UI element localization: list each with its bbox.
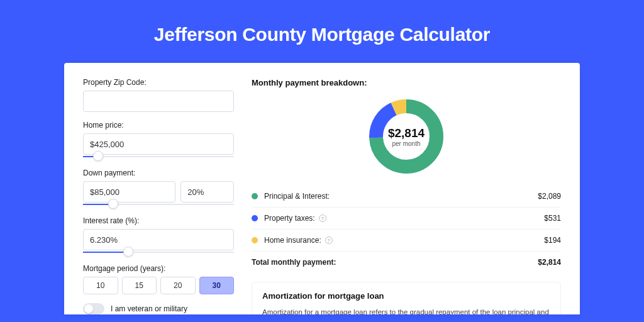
donut-amount: $2,814 (388, 126, 425, 140)
interest-rate-field-group: Interest rate (%): (83, 216, 234, 255)
toggle-knob (84, 304, 93, 313)
interest-rate-input[interactable] (83, 229, 234, 250)
calculator-card: Property Zip Code: Home price: Down paym… (64, 63, 580, 314)
interest-rate-slider-thumb[interactable] (123, 247, 133, 257)
breakdown-row-value: $194 (544, 236, 561, 245)
breakdown-row: Home insurance:?$194 (252, 229, 561, 251)
zip-label: Property Zip Code: (83, 78, 234, 87)
breakdown-row-value: $531 (544, 214, 561, 223)
period-button-20[interactable]: 20 (160, 277, 196, 294)
home-price-slider[interactable] (83, 153, 234, 160)
veteran-toggle[interactable] (83, 303, 104, 314)
breakdown-row: Property taxes:?$531 (252, 207, 561, 229)
interest-rate-label: Interest rate (%): (83, 216, 234, 225)
down-payment-pct-input[interactable] (180, 181, 234, 203)
breakdown-title: Monthly payment breakdown: (252, 78, 561, 87)
amortization-body: Amortization for a mortgage loan refers … (262, 307, 550, 314)
breakdown-row-label: Home insurance:? (264, 236, 544, 245)
breakdown-row-value: $2,089 (538, 192, 561, 201)
breakdown-row-label: Property taxes:? (264, 214, 544, 223)
interest-rate-slider-fill (83, 252, 128, 253)
period-button-10[interactable]: 10 (83, 277, 118, 294)
zip-field-group: Property Zip Code: (83, 78, 234, 112)
info-icon[interactable]: ? (319, 214, 326, 222)
donut-center: $2,814 per month (366, 96, 447, 177)
page-title: Jefferson County Mortgage Calculator (0, 0, 644, 63)
interest-rate-slider[interactable] (83, 249, 234, 255)
donut-chart-wrap: $2,814 per month (252, 96, 561, 177)
info-icon[interactable]: ? (325, 236, 333, 244)
home-price-label: Home price: (83, 121, 234, 130)
form-column: Property Zip Code: Home price: Down paym… (83, 78, 234, 314)
donut-chart: $2,814 per month (366, 96, 447, 177)
veteran-toggle-row: I am veteran or military (83, 303, 234, 314)
amortization-card: Amortization for mortgage loan Amortizat… (252, 282, 561, 314)
legend-dot-icon (252, 193, 258, 199)
down-payment-amount-input[interactable] (83, 181, 175, 203)
breakdown-rows: Principal & Interest:$2,089Property taxe… (252, 186, 561, 251)
down-payment-field-group: Down payment: (83, 169, 234, 208)
home-price-slider-thumb[interactable] (93, 151, 103, 161)
home-price-field-group: Home price: (83, 121, 234, 160)
period-button-15[interactable]: 15 (122, 277, 157, 294)
amortization-title: Amortization for mortgage loan (262, 291, 550, 301)
veteran-toggle-label: I am veteran or military (111, 304, 187, 313)
mortgage-period-label: Mortgage period (years): (83, 264, 234, 273)
down-payment-label: Down payment: (83, 169, 234, 177)
breakdown-total-value: $2,814 (538, 258, 561, 267)
down-payment-slider[interactable] (83, 201, 234, 208)
legend-dot-icon (252, 237, 258, 243)
breakdown-row: Principal & Interest:$2,089 (252, 186, 561, 207)
home-price-input[interactable] (83, 133, 234, 155)
down-payment-slider-thumb[interactable] (108, 199, 118, 209)
breakdown-total-row: Total monthly payment: $2,814 (252, 251, 561, 273)
donut-sub: per month (392, 140, 420, 147)
mortgage-period-field-group: Mortgage period (years): 10152030 (83, 264, 234, 294)
breakdown-column: Monthly payment breakdown: $2,814 per mo… (252, 78, 561, 314)
period-button-30[interactable]: 30 (199, 277, 235, 294)
zip-input[interactable] (83, 91, 234, 112)
breakdown-total-label: Total monthly payment: (252, 258, 538, 267)
breakdown-row-label: Principal & Interest: (264, 192, 538, 201)
legend-dot-icon (252, 215, 258, 221)
mortgage-period-buttons: 10152030 (83, 277, 234, 294)
